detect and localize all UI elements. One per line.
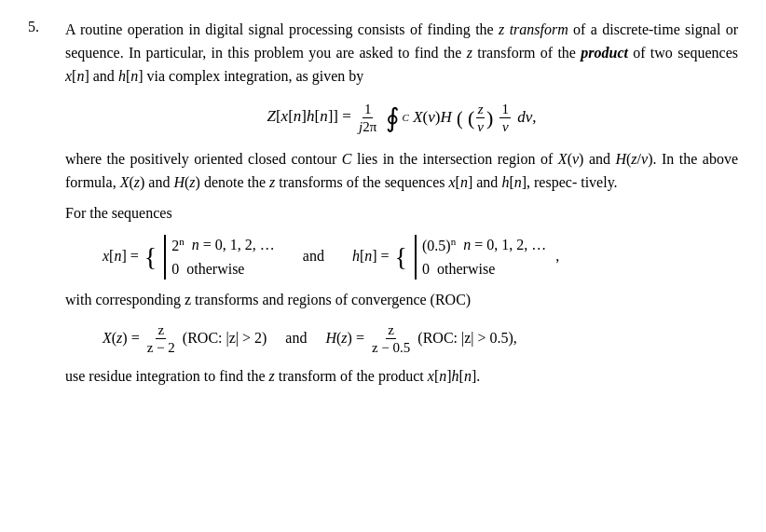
Xz-label: X(z) = [103, 327, 140, 350]
and-word-transforms: and [285, 327, 307, 350]
seq-h-case1-val: (0.5)n [422, 235, 456, 257]
integral-subscript: C [403, 110, 409, 126]
frac-denominator: j2π [357, 118, 378, 135]
xn-italic: x [65, 68, 72, 84]
Hz-transform: H(z) = z z − 0.5 (ROC: |z| > 0.5), [325, 321, 516, 356]
integral-symbol: ∮ [386, 105, 400, 131]
seq-h-case2-val: 0 [422, 259, 430, 280]
Xz-transform: X(z) = z z − 2 (ROC: |z| > 2) [103, 321, 267, 356]
hn-italic: h [118, 68, 126, 84]
and-word-sequences: and [303, 245, 324, 268]
problem-body: A routine operation in digital signal pr… [65, 19, 738, 395]
seq-h-case1: (0.5)n n = 0, 1, 2, … [422, 235, 546, 257]
seq-x-case1-cond: n = 0, 1, 2, … [192, 235, 275, 257]
Xz-roc: (ROC: |z| > 2) [183, 327, 267, 350]
Hz-label: H(z) = [325, 327, 363, 350]
seq-h-def: h[n] = { (0.5)n n = 0, 1, 2, … 0 otherwi… [352, 235, 559, 280]
seq-x-label: x[n] = [103, 245, 139, 268]
use-residue-paragraph: use residue integration to find the z tr… [65, 365, 738, 389]
seq-x-def: x[n] = { 2n n = 0, 1, 2, … 0 otherwise [103, 235, 275, 280]
seq-x-case2-cond: otherwise [186, 259, 244, 280]
transforms-block: X(z) = z z − 2 (ROC: |z| > 2) and H(z) =… [65, 321, 738, 356]
Xz-den: z − 2 [145, 339, 177, 356]
seq-h-cases: (0.5)n n = 0, 1, 2, … 0 otherwise [415, 235, 546, 280]
z-italic-1: z [499, 21, 504, 37]
transform-italic: transform [510, 21, 568, 37]
Hz-num: z [386, 321, 396, 339]
seq-h-case1-cond: n = 0, 1, 2, … [463, 235, 546, 257]
for-sequences-label: For the sequences [65, 202, 738, 225]
Hz-roc: (ROC: |z| > 0.5), [417, 327, 517, 350]
left-brace-x: { [144, 247, 157, 267]
Hz-den: z − 0.5 [370, 339, 412, 356]
Hz-fraction: z z − 0.5 [370, 321, 412, 356]
formula-fraction: 1 j2π [357, 101, 378, 135]
problem-container: 5. A routine operation in digital signal… [28, 19, 738, 395]
seq-h-comma: , [555, 245, 559, 268]
seq-h-case2-cond: otherwise [437, 259, 495, 280]
seq-h-case2: 0 otherwise [422, 259, 546, 280]
lhs-bracket: Z[x[n]h[n]] = [267, 108, 355, 126]
frac-numerator: 1 [362, 101, 374, 118]
main-formula: Z[x[n]h[n]] = 1 j2π ∮ C X(v)H ( ( z [65, 101, 738, 135]
integral-expression: ∮ C [385, 105, 409, 131]
integrand: X(v)H ( ( z v ) 1 v dv, [413, 108, 536, 126]
seq-x-case1-val: 2n [171, 235, 185, 257]
problem-number: 5. [28, 19, 65, 395]
seq-x-cases: 2n n = 0, 1, 2, … 0 otherwise [164, 235, 275, 280]
seq-x-case2-val: 0 [171, 259, 179, 280]
left-brace-h: { [395, 247, 407, 267]
seq-x-case1: 2n n = 0, 1, 2, … [171, 235, 275, 257]
Xz-fraction: z z − 2 [145, 321, 177, 356]
with-corresponding-label: with corresponding z transforms and regi… [65, 289, 738, 312]
Xz-num: z [156, 321, 166, 339]
contour-description: where the positively oriented closed con… [65, 148, 738, 195]
seq-x-case2: 0 otherwise [171, 259, 275, 280]
product-italic: product [581, 45, 628, 61]
seq-h-label: h[n] = [352, 245, 390, 268]
z-italic-2: z [467, 45, 472, 61]
intro-paragraph: A routine operation in digital signal pr… [65, 19, 738, 88]
sequences-block: x[n] = { 2n n = 0, 1, 2, … 0 otherwise a… [65, 235, 738, 280]
